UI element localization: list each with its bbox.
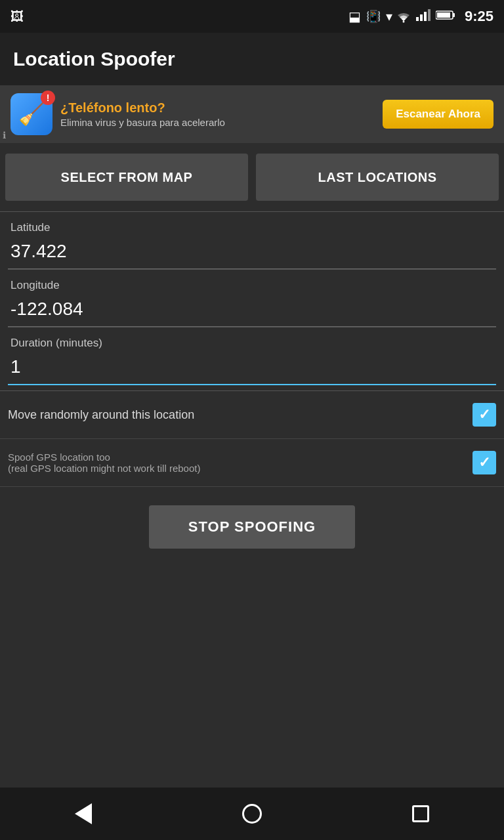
svg-rect-2: [420, 14, 423, 21]
spoof-gps-label: Spoof GPS location too (real GPS locatio…: [8, 452, 472, 474]
stop-spoofing-button[interactable]: STOP SPOOFING: [149, 505, 355, 549]
nav-bar: [0, 788, 504, 840]
status-time: 9:25: [465, 8, 494, 25]
svg-rect-6: [453, 13, 455, 17]
move-randomly-checkbox[interactable]: [472, 403, 496, 427]
home-icon: [242, 804, 262, 824]
recent-icon: [412, 805, 429, 822]
field-group: Latitude 37.422 Longitude -122.084 Durat…: [0, 212, 504, 385]
longitude-value: -122.084: [8, 295, 496, 327]
button-row: SELECT FROM MAP LAST LOCATIONS: [0, 143, 504, 211]
svg-point-0: [402, 20, 404, 22]
vibrate-icon: 📳: [366, 9, 381, 24]
app-bar: Location Spoofer: [0, 33, 504, 85]
ad-scan-button[interactable]: Escanear Ahora: [383, 100, 494, 129]
select-from-map-button[interactable]: SELECT FROM MAP: [5, 154, 248, 201]
ad-banner: 🧹 ! ¿Teléfono lento? Elimina virus y bas…: [0, 85, 504, 143]
svg-rect-3: [424, 12, 427, 21]
status-icons: ⬓ 📳 ▾: [348, 8, 494, 25]
move-randomly-label: Move randomly around this location: [8, 408, 472, 422]
signal-icon: [416, 9, 430, 24]
status-bar-left: 🖼: [10, 9, 24, 24]
app-title: Location Spoofer: [13, 48, 175, 70]
duration-label: Duration (minutes): [8, 327, 496, 352]
duration-input[interactable]: [8, 352, 496, 385]
spoof-gps-checkbox[interactable]: [472, 451, 496, 474]
last-locations-button[interactable]: LAST LOCATIONS: [256, 154, 499, 201]
svg-rect-7: [437, 12, 450, 18]
home-button[interactable]: [242, 804, 262, 824]
ad-info-icon: ℹ: [3, 130, 6, 140]
ad-title: ¿Teléfono lento?: [60, 100, 375, 116]
bluetooth-icon: ⬓: [348, 9, 361, 24]
back-button[interactable]: [75, 803, 92, 824]
gallery-icon: 🖼: [10, 9, 24, 24]
ad-subtitle: Elimina virus y basura para acelerarlo: [60, 117, 375, 128]
latitude-label: Latitude: [8, 212, 496, 237]
move-randomly-row: Move randomly around this location: [0, 391, 504, 439]
main-content: SELECT FROM MAP LAST LOCATIONS Latitude …: [0, 143, 504, 567]
svg-rect-4: [428, 9, 430, 21]
spoof-gps-row: Spoof GPS location too (real GPS locatio…: [0, 439, 504, 487]
latitude-value: 37.422: [8, 237, 496, 269]
longitude-label: Longitude: [8, 270, 496, 295]
wifi-icon: ▾: [386, 9, 411, 24]
battery-icon: [436, 10, 455, 23]
back-icon: [75, 803, 92, 824]
ad-badge: !: [41, 91, 55, 105]
svg-rect-1: [416, 17, 419, 21]
status-bar: 🖼 ⬓ 📳 ▾: [0, 0, 504, 33]
recent-button[interactable]: [412, 805, 429, 822]
ad-text: ¿Teléfono lento? Elimina virus y basura …: [60, 100, 375, 128]
stop-btn-wrap: STOP SPOOFING: [0, 487, 504, 567]
ad-icon-wrap: 🧹 !: [10, 93, 52, 135]
